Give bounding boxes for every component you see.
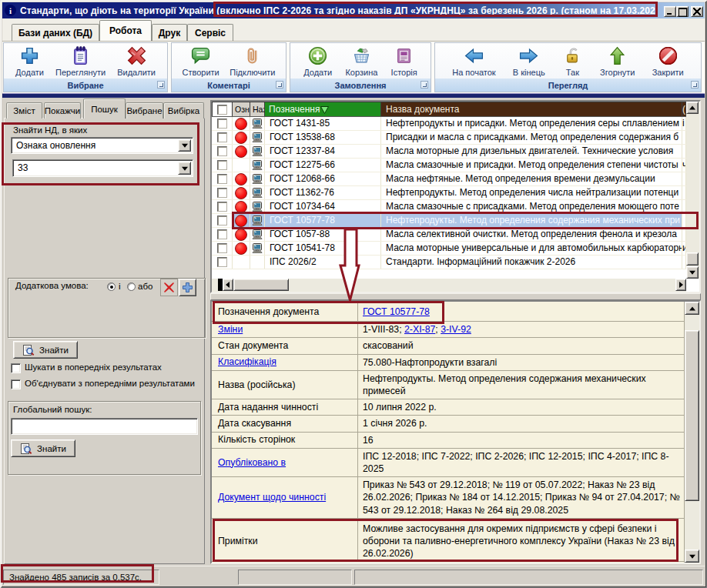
detail-row-value: Приказ № 543 от 29.12.2018; № 119 от 05.…: [358, 477, 684, 518]
collapse-button[interactable]: Згорнути: [600, 43, 635, 77]
row-checkbox[interactable]: [217, 243, 227, 253]
table-row[interactable]: ГОСТ 12337-84 Масла моторные для дизельн…: [212, 145, 686, 159]
detail-vertical-scrollbar[interactable]: [684, 302, 699, 563]
header-name-column[interactable]: Назва документа: [381, 102, 682, 116]
scrollbar-thumb[interactable]: [685, 330, 699, 501]
tab-print[interactable]: Друк: [152, 24, 187, 41]
sidebar-tab-indexes[interactable]: Покажчи: [44, 102, 81, 119]
find-button[interactable]: Знайти: [13, 341, 78, 359]
tab-work[interactable]: Робота: [99, 20, 152, 41]
dialog-launcher-icon[interactable]: [691, 81, 699, 89]
radio-or-label: або: [138, 282, 152, 291]
sidebar-tab-strip: Зміст Покажчи Пошук Вибране Вибірка: [2, 98, 207, 118]
scroll-down-button[interactable]: [686, 266, 699, 279]
tab-label: Бази даних (БД): [18, 28, 92, 38]
button-label: Видалити: [117, 68, 156, 77]
button-label: Додати: [15, 68, 44, 77]
add-favorite-button[interactable]: Додати: [15, 43, 44, 77]
arrow-left-icon: [226, 282, 230, 288]
row-checkbox[interactable]: [217, 188, 227, 198]
basket-button[interactable]: Корзина: [345, 43, 377, 77]
go-start-button[interactable]: На початок: [452, 43, 495, 77]
table-row[interactable]: ГОСТ 12275-66 Масла смазочные и присадки…: [212, 159, 686, 172]
row-checkbox[interactable]: [217, 257, 227, 267]
dialog-launcher-icon[interactable]: [157, 81, 165, 89]
detail-row: Зміни 1-VIII-83; 2-XI-87; 3-IV-92: [212, 322, 684, 338]
table-row[interactable]: ГОСТ 1057-88 Масла селективной очистки. …: [212, 228, 686, 242]
button-label: Знайти: [37, 444, 66, 453]
row-checkbox[interactable]: [217, 119, 227, 129]
arrow-up-icon: [607, 45, 628, 66]
close-db-button[interactable]: Закрити: [652, 43, 684, 77]
view-favorite-button[interactable]: Переглянути: [55, 43, 106, 77]
detail-value-link[interactable]: 2-XI-87: [404, 324, 435, 335]
dialog-launcher-icon[interactable]: [421, 81, 428, 89]
condition-group-label: Додаткова умова:: [15, 281, 89, 290]
group-caption-label: Вибране: [67, 81, 103, 90]
sidebar-tab-favorites[interactable]: Вибране: [126, 102, 163, 119]
dialog-launcher-icon[interactable]: [276, 81, 283, 89]
row-checkbox[interactable]: [217, 174, 227, 184]
scroll-up-button[interactable]: [686, 102, 699, 114]
header-mark-column[interactable]: Озн: [233, 102, 250, 116]
scrollbar-thumb[interactable]: [686, 252, 699, 266]
table-row[interactable]: ГОСТ 12068-66 Масла нефтяные. Метод опре…: [212, 172, 686, 186]
sidebar-tab-contents[interactable]: Зміст: [6, 102, 42, 119]
go-end-button[interactable]: В кінець: [513, 43, 545, 77]
detail-row-label: Зміни: [218, 324, 243, 336]
select-all-checkbox[interactable]: [217, 105, 227, 115]
scroll-up-button[interactable]: [685, 302, 699, 315]
detail-value-link[interactable]: 3-IV-92: [441, 324, 471, 335]
row-checkbox[interactable]: [217, 229, 227, 239]
table-row[interactable]: ГОСТ 10541-78 Масла моторные универсальн…: [212, 242, 686, 256]
create-comment-button[interactable]: Створити: [183, 43, 219, 77]
row-checkbox[interactable]: [217, 132, 227, 142]
condition-delete-button[interactable]: [160, 279, 178, 296]
row-checkbox[interactable]: [217, 160, 227, 170]
sidebar-tab-search[interactable]: Пошук: [83, 99, 126, 119]
history-button[interactable]: Історія: [391, 43, 417, 77]
scroll-right-button[interactable]: [675, 279, 686, 291]
search-previous-checkbox[interactable]: [11, 363, 21, 373]
scrollbar-thumb[interactable]: [233, 279, 289, 291]
table-horizontal-scrollbar[interactable]: [212, 279, 686, 292]
table-row[interactable]: ГОСТ 13538-68 Присадки и масла с присадк…: [212, 131, 686, 145]
scroll-left-button[interactable]: [223, 279, 233, 291]
condition-add-button[interactable]: [179, 279, 196, 296]
radio-and[interactable]: [107, 282, 116, 291]
header-kind-column[interactable]: Наз: [250, 102, 265, 116]
header-designation-column[interactable]: Позначення: [265, 102, 381, 116]
row-checkbox[interactable]: [217, 202, 227, 212]
delete-favorite-button[interactable]: Видалити: [117, 43, 156, 77]
scroll-down-button[interactable]: [685, 550, 699, 563]
row-checkbox-cell: [212, 159, 233, 172]
close-button[interactable]: [691, 6, 703, 17]
tab-service[interactable]: Сервіс: [187, 24, 233, 41]
sidebar-tab-selection[interactable]: Вибірка: [163, 102, 204, 119]
table-vertical-scrollbar[interactable]: [686, 102, 699, 279]
detail-row: Назва (російська) Нефтепродукты. Метод о…: [212, 371, 684, 399]
global-find-button[interactable]: Знайти: [11, 439, 75, 457]
row-checkbox-cell: [212, 131, 233, 144]
maximize-button[interactable]: [676, 6, 689, 17]
button-label: Закрити: [652, 68, 684, 77]
table-row[interactable]: ГОСТ 11362-76 Нефтепродукты. Метод опред…: [212, 186, 686, 200]
horizontal-splitter[interactable]: [210, 293, 701, 300]
row-checkbox[interactable]: [217, 215, 227, 226]
row-kind-cell: [250, 131, 265, 144]
tab-databases[interactable]: Бази даних (БД): [12, 24, 99, 41]
minimize-button[interactable]: [664, 6, 676, 17]
header-select-all[interactable]: [212, 102, 233, 116]
radio-or[interactable]: [127, 282, 136, 291]
table-row[interactable]: ГОСТ 1431-85 Нефтепродукты и присадки. М…: [212, 117, 686, 131]
global-search-input[interactable]: [11, 418, 198, 435]
row-checkbox[interactable]: [217, 146, 227, 156]
table-row[interactable]: ІПС 2026/2 Стандарти. Інформаційний пока…: [212, 256, 686, 269]
yes-lock-button[interactable]: Так: [562, 43, 583, 77]
row-checkbox-cell: [212, 117, 233, 130]
add-order-button[interactable]: Додати: [303, 43, 332, 77]
row-checkbox-cell: [212, 214, 233, 227]
attach-comment-button[interactable]: Підключити: [230, 43, 275, 77]
computer-icon: [251, 187, 263, 199]
merge-previous-checkbox[interactable]: [11, 379, 21, 389]
